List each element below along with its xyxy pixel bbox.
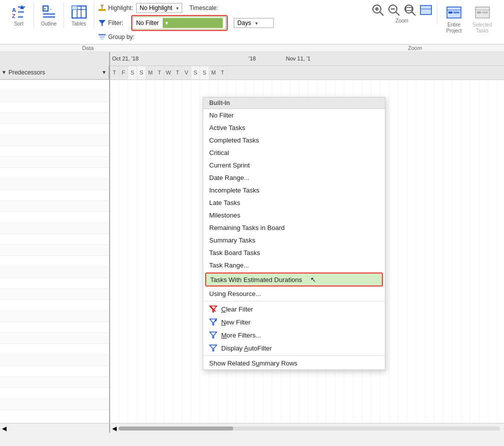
dropdown-item-date-range[interactable]: Date Range... — [203, 172, 385, 184]
dropdown-builtin-label: Built-In — [209, 100, 230, 106]
tables-label: Tables — [72, 21, 86, 26]
dropdown-item-no-filter[interactable]: No Filter — [203, 109, 385, 122]
dropdown-divider-1 — [203, 301, 385, 302]
gantt-row-13 — [0, 212, 109, 223]
day-cell-f1: F — [119, 66, 128, 80]
filter-dropdown-arrow: ▾ — [163, 18, 223, 28]
dropdown-item-critical[interactable]: Critical — [203, 146, 385, 159]
ribbon-group-sort: A Z Sort — [4, 2, 34, 28]
horizontal-scrollbar[interactable] — [119, 426, 500, 430]
dropdown-item-task-board-tasks[interactable]: Task Board Tasks — [203, 246, 385, 259]
svg-text:A: A — [12, 7, 16, 13]
highlight-label: Highlight: — [108, 4, 133, 12]
days-dropdown-arrow: ▾ — [255, 20, 258, 26]
svg-rect-40 — [477, 12, 481, 14]
entire-project-button[interactable]: EntireProject — [441, 3, 466, 36]
svg-line-23 — [380, 12, 383, 16]
dropdown-item-label-current-sprint: Current Sprint — [209, 162, 250, 169]
sort-button[interactable]: A Z Sort — [9, 3, 29, 28]
day-cell-w1: W — [164, 66, 173, 80]
gantt-row-30 — [0, 399, 109, 410]
highlight-dropdown[interactable]: No Highlight ▾ — [136, 3, 182, 13]
dropdown-item-tasks-estimated[interactable]: Tasks With Estimated Durations ↖ — [205, 272, 383, 286]
svg-marker-18 — [99, 20, 106, 26]
ribbon-group-outline: + - Outline — [34, 2, 64, 28]
days-value: Days — [237, 20, 251, 26]
groupby-icon-label: Group by: — [98, 33, 135, 41]
dropdown-item-label-no-filter: No Filter — [209, 112, 234, 119]
zoom-in-button[interactable] — [371, 3, 385, 17]
dropdown-item-label-display-autofilter: Display AutoFilter — [221, 344, 272, 352]
dropdown-arrow-icon: ▼ — [2, 70, 7, 75]
filter-dropdown-menu: Built-In No Filter Active Tasks Complete… — [203, 97, 385, 370]
more-filters-icon — [209, 331, 217, 339]
gantt-row-19 — [0, 278, 109, 289]
scrollbar-left: ◀ — [0, 424, 110, 433]
zoom-fit-button[interactable] — [419, 3, 433, 17]
dropdown-item-using-resource[interactable]: Using Resource... — [203, 288, 385, 300]
gantt-row-4 — [0, 113, 109, 124]
svg-rect-16 — [99, 9, 106, 11]
svg-line-27 — [396, 12, 399, 16]
dropdown-item-new-filter[interactable]: New Filter — [203, 316, 385, 328]
bottom-bar: ◀ ◀ — [0, 423, 504, 433]
dropdown-divider-2 — [203, 356, 385, 356]
dropdown-item-label-completed-tasks: Completed Tasks — [209, 136, 259, 144]
dropdown-item-completed-tasks[interactable]: Completed Tasks — [203, 134, 385, 146]
dropdown-item-label-late-tasks: Late Tasks — [209, 199, 240, 206]
dropdown-item-show-related[interactable]: Show Related Summary Rows — [203, 357, 385, 370]
ribbon-right: EntireProject SelectedTasks — [437, 2, 500, 37]
gantt-row-11 — [0, 190, 109, 201]
gantt-row-18 — [0, 267, 109, 278]
gantt-left-panel: ▼ Predecessors ▼ — [0, 52, 110, 423]
tables-button[interactable]: Tables — [69, 3, 89, 28]
days-dropdown[interactable]: Days ▾ — [234, 18, 274, 28]
dropdown-item-remaining-tasks[interactable]: Remaining Tasks in Board — [203, 222, 385, 234]
gantt-row-29 — [0, 388, 109, 399]
dropdown-item-clear-filter[interactable]: Clear Filter — [203, 302, 385, 316]
svg-rect-32 — [420, 6, 431, 14]
dropdown-item-current-sprint[interactable]: Current Sprint — [203, 159, 385, 172]
day-cell-t2: T — [155, 66, 164, 80]
dropdown-item-label-date-range: Date Range... — [209, 174, 249, 182]
zoom-selected-button[interactable] — [403, 3, 417, 17]
dropdown-item-label-task-range: Task Range... — [209, 262, 249, 269]
dropdown-item-summary-tasks[interactable]: Summary Tasks — [203, 234, 385, 246]
outline-button[interactable]: + - Outline — [39, 3, 59, 28]
gantt-row-24 — [0, 333, 109, 344]
gantt-row-2 — [0, 91, 109, 102]
dropdown-item-late-tasks[interactable]: Late Tasks — [203, 196, 385, 209]
day-cell-s1: S — [128, 66, 137, 80]
dropdown-item-label-using-resource: Using Resource... — [209, 290, 261, 298]
selected-tasks-button[interactable]: SelectedTasks — [468, 3, 496, 36]
groupby-row: Group by: — [98, 33, 363, 41]
date-18-label: '18 — [249, 56, 256, 62]
filter-dropdown[interactable]: No Filter ▾ — [133, 16, 226, 30]
gantt-rows-left — [0, 80, 109, 423]
dropdown-item-milestones[interactable]: Milestones — [203, 209, 385, 222]
svg-rect-41 — [482, 12, 488, 14]
dropdown-item-incomplete-tasks[interactable]: Incomplete Tasks — [203, 184, 385, 196]
dropdown-item-task-range[interactable]: Task Range... — [203, 259, 385, 272]
scroll-left-arrow[interactable]: ◀ — [2, 425, 7, 432]
svg-line-30 — [412, 12, 415, 16]
predecessors-col-label: Predecessors — [9, 69, 45, 76]
dropdown-item-more-filters[interactable]: More Filters... — [203, 328, 385, 342]
ribbon-section-divider: Data Zoom — [0, 44, 504, 52]
dropdown-item-display-autofilter[interactable]: Display AutoFilter — [203, 342, 385, 354]
new-filter-icon — [209, 318, 217, 326]
dropdown-item-label-milestones: Milestones — [209, 212, 240, 219]
svg-rect-19 — [99, 34, 106, 36]
ribbon: A Z Sort + - — [0, 0, 504, 44]
gantt-row-9 — [0, 168, 109, 179]
zoom-out-button[interactable] — [387, 3, 401, 17]
filter-dropdown-box: No Filter ▾ — [131, 15, 228, 31]
scroll-right-arrow[interactable]: ◀ — [112, 425, 117, 432]
main-content: ▼ Predecessors ▼ — [0, 52, 504, 433]
tables-icon — [71, 4, 87, 20]
gantt-row-5 — [0, 124, 109, 135]
sort-icon: A Z — [11, 4, 27, 20]
sort-label: Sort — [14, 21, 23, 26]
dropdown-section-header: Built-In — [203, 98, 385, 109]
dropdown-item-active-tasks[interactable]: Active Tasks — [203, 122, 385, 134]
